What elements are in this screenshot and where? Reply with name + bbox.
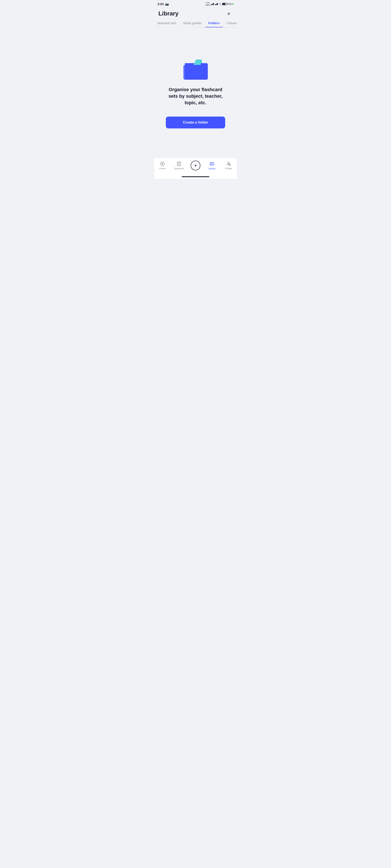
nav-label-profile: Profile <box>225 167 232 170</box>
nav-label-library: Library <box>208 167 216 170</box>
nav-add-button[interactable]: + <box>191 161 200 170</box>
plus-icon: + <box>227 11 230 16</box>
green-dot <box>232 3 234 5</box>
main-content: Organise your flashcard sets by subject,… <box>154 28 237 158</box>
create-folder-button[interactable]: Create a folder <box>166 117 225 128</box>
tabs-container: lashcard sets Study guides Folders Class… <box>154 19 237 28</box>
data-speed: 0.00KB/S <box>206 2 210 6</box>
status-time: 2:01 <box>157 2 164 6</box>
battery-percent: 79% <box>227 3 232 5</box>
phone-screen: 2:01 📷 0.00KB/S ∿ <box>154 0 237 179</box>
folder-icon <box>182 57 209 80</box>
nav-plus-icon: + <box>194 162 197 168</box>
profile-icon <box>226 161 231 166</box>
nav-item-home[interactable]: Home <box>154 160 171 170</box>
wifi-icon: ∿ <box>219 2 221 5</box>
tab-study-guides[interactable]: Study guides <box>180 19 205 27</box>
tab-folders[interactable]: Folders <box>205 19 223 27</box>
svg-point-8 <box>228 162 230 164</box>
folder-illustration <box>182 57 209 80</box>
home-indicator-bar <box>154 175 237 179</box>
status-bar: 2:01 📷 0.00KB/S ∿ <box>154 0 237 7</box>
nav-label-solutions: Solutions <box>174 167 184 170</box>
nav-item-library[interactable]: Library <box>204 160 220 170</box>
add-button[interactable]: + <box>225 10 233 18</box>
tab-classes[interactable]: Classes <box>223 19 237 27</box>
signal-bars-2 <box>215 3 218 5</box>
nav-item-add[interactable]: + <box>187 160 204 171</box>
nav-label-home: Home <box>159 167 166 170</box>
home-icon <box>160 161 165 166</box>
status-right: 0.00KB/S ∿ 79% <box>206 2 234 6</box>
library-icon <box>210 161 215 166</box>
home-indicator <box>182 176 209 177</box>
solutions-icon <box>176 161 181 166</box>
bottom-nav: Home Solutions + L <box>154 158 237 175</box>
nav-item-profile[interactable]: Profile <box>220 160 237 170</box>
tab-flashcard-sets[interactable]: lashcard sets <box>154 19 180 27</box>
camera-icon: 📷 <box>165 2 169 6</box>
signal-bars-1 <box>211 3 214 5</box>
header: Library + <box>154 7 237 19</box>
empty-state-description: Organise your flashcard sets by subject,… <box>166 87 225 106</box>
battery: 79% <box>222 3 234 5</box>
page-title: Library <box>158 10 179 17</box>
nav-item-solutions[interactable]: Solutions <box>171 160 187 170</box>
